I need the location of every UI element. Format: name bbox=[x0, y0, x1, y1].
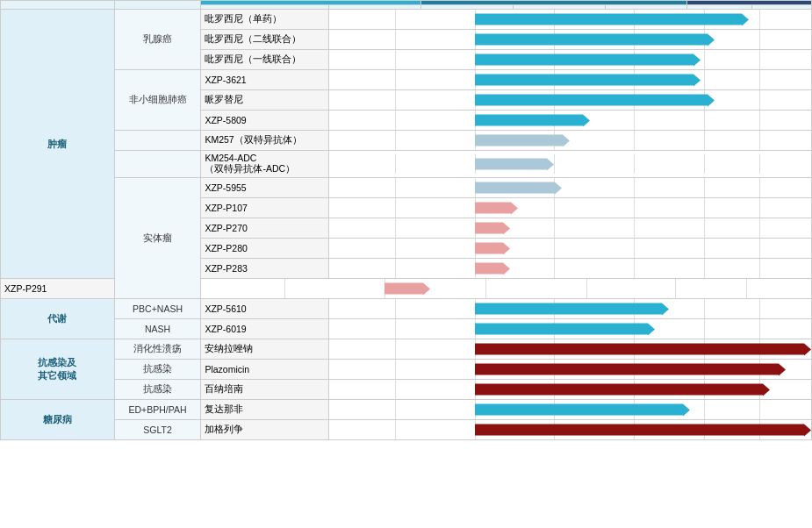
table-row: 实体瘤XZP-5955 bbox=[1, 178, 812, 198]
progress-bar bbox=[475, 425, 804, 436]
drug-name-cell: 加格列争 bbox=[201, 420, 329, 440]
drug-name-cell: XZP-5809 bbox=[201, 111, 329, 131]
drug-name-cell: KM257（双特异抗体） bbox=[201, 131, 329, 151]
drug-name-cell: XZP-5610 bbox=[201, 299, 329, 319]
bar-cell bbox=[329, 339, 812, 360]
bar-cell bbox=[329, 218, 812, 239]
bar-cell bbox=[329, 131, 812, 151]
drug-name-cell: 哌罗替尼 bbox=[201, 90, 329, 111]
sub-area-cell: SGLT2 bbox=[114, 420, 201, 440]
bar-cell bbox=[329, 198, 812, 218]
table-row: 糖尿病ED+BPH/PAH复达那非 bbox=[1, 400, 812, 420]
progress-bar bbox=[475, 75, 693, 86]
table-row: SGLT2加格列争 bbox=[1, 420, 812, 440]
drug-name-cell: XZP-3621 bbox=[201, 70, 329, 90]
progress-bar bbox=[475, 303, 662, 315]
bar-cell bbox=[329, 151, 812, 178]
bar-cell bbox=[329, 239, 812, 259]
bar-cell bbox=[329, 400, 812, 420]
bar-cell bbox=[329, 111, 812, 131]
drug-name-cell: XZP-P280 bbox=[201, 239, 329, 259]
bar-cell bbox=[329, 259, 812, 279]
area-cell: 肿瘤 bbox=[1, 10, 115, 279]
sub-area-cell bbox=[114, 131, 201, 151]
progress-bar bbox=[475, 404, 683, 416]
progress-bar bbox=[475, 344, 804, 355]
table-row: KM257（双特异抗体） bbox=[1, 131, 812, 151]
progress-bar bbox=[475, 243, 504, 254]
bar-cell bbox=[329, 319, 812, 339]
progress-bar bbox=[475, 159, 548, 170]
drug-name-cell: XZP-6019 bbox=[201, 319, 329, 339]
progress-bar bbox=[475, 203, 512, 214]
drug-name-cell: KM254-ADC（双特异抗体-ADC） bbox=[201, 151, 329, 178]
progress-bar bbox=[475, 182, 556, 194]
sub-area-cell: 抗感染 bbox=[114, 380, 201, 400]
drug-name-cell: 百纳培南 bbox=[201, 380, 329, 400]
progress-bar bbox=[475, 95, 708, 106]
table-row: 非小细胞肺癌XZP-3621 bbox=[1, 70, 812, 90]
drug-name-cell: 吡罗西尼（单药） bbox=[201, 10, 329, 30]
table-row: 抗感染Plazomicin bbox=[1, 360, 812, 380]
drug-name-cell: 复达那非 bbox=[201, 400, 329, 420]
progress-bar bbox=[475, 115, 583, 126]
progress-bar bbox=[384, 283, 423, 295]
header-drug bbox=[114, 1, 201, 10]
header-area bbox=[1, 1, 115, 10]
drug-name-cell: Plazomicin bbox=[201, 360, 329, 380]
sub-area-cell: NASH bbox=[114, 319, 201, 339]
sub-area-cell: ED+BPH/PAH bbox=[114, 400, 201, 420]
table-row: KM254-ADC（双特异抗体-ADC） bbox=[1, 151, 812, 178]
table-row: 抗感染百纳培南 bbox=[1, 380, 812, 400]
area-cell: 糖尿病 bbox=[1, 400, 115, 440]
bar-cell bbox=[329, 299, 812, 319]
drug-name-cell: XZP-P270 bbox=[201, 218, 329, 239]
progress-bar bbox=[475, 135, 564, 146]
progress-bar bbox=[475, 364, 779, 375]
area-cell: 代谢 bbox=[1, 299, 115, 339]
drug-name-cell: XZP-P291 bbox=[1, 279, 115, 299]
sub-area-cell: 非小细胞肺癌 bbox=[114, 70, 201, 131]
sub-area-cell: 乳腺癌 bbox=[114, 10, 201, 70]
table-row: 抗感染及其它领域消化性溃疡安纳拉唑钠 bbox=[1, 339, 812, 360]
progress-bar bbox=[475, 34, 708, 46]
progress-bar bbox=[475, 263, 504, 275]
progress-bar bbox=[475, 324, 648, 335]
bar-cell bbox=[329, 10, 812, 30]
drug-name-cell: XZP-P107 bbox=[201, 198, 329, 218]
bar-cell bbox=[329, 360, 812, 380]
drug-name-cell: 吡罗西尼（二线联合） bbox=[201, 30, 329, 50]
drug-name-cell: 安纳拉唑钠 bbox=[201, 339, 329, 360]
drug-name-cell: XZP-5955 bbox=[201, 178, 329, 198]
sub-area-cell: PBC+NASH bbox=[114, 299, 201, 319]
bar-cell bbox=[329, 70, 812, 90]
sub-area-cell bbox=[114, 151, 201, 178]
pipeline-table: 肿瘤乳腺癌吡罗西尼（单药）吡罗西尼（二线联合）吡罗西尼（一线联合）非小细胞肺癌X… bbox=[0, 0, 812, 440]
bar-cell bbox=[329, 178, 812, 198]
progress-bar bbox=[475, 384, 764, 396]
bar-cell bbox=[329, 50, 812, 70]
sub-area-cell: 抗感染 bbox=[114, 360, 201, 380]
bar-cell bbox=[329, 380, 812, 400]
drug-name-cell: XZP-P283 bbox=[201, 259, 329, 279]
sub-area-cell: 实体瘤 bbox=[114, 178, 201, 299]
progress-bar bbox=[475, 223, 504, 234]
bar-cell bbox=[201, 279, 812, 299]
bar-cell bbox=[329, 90, 812, 111]
area-cell: 抗感染及其它领域 bbox=[1, 339, 115, 400]
bar-cell bbox=[329, 420, 812, 440]
drug-name-cell: 吡罗西尼（一线联合） bbox=[201, 50, 329, 70]
progress-bar bbox=[475, 54, 693, 66]
table-row: NASHXZP-6019 bbox=[1, 319, 812, 339]
sub-area-cell: 消化性溃疡 bbox=[114, 339, 201, 360]
table-row: 肿瘤乳腺癌吡罗西尼（单药） bbox=[1, 10, 812, 30]
progress-bar bbox=[475, 14, 742, 25]
table-row: 代谢PBC+NASHXZP-5610 bbox=[1, 299, 812, 319]
bar-cell bbox=[329, 30, 812, 50]
